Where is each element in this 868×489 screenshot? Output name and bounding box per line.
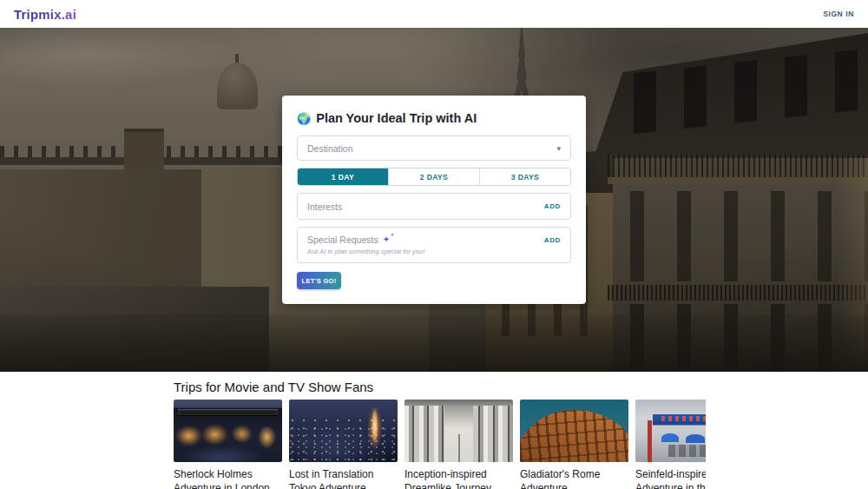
sparkle-small: ✦ <box>391 233 394 237</box>
trip-cards-carousel[interactable]: Sherlock Holmes Adventure in London Lost… <box>174 400 706 489</box>
colosseum-image <box>520 400 628 462</box>
trip-card-lost-in-translation-tokyo[interactable]: Lost in Translation Tokyo Adventure <box>289 400 398 489</box>
blue-awning <box>661 433 679 442</box>
colonnade-path-line <box>458 434 460 462</box>
interests-field[interactable]: Interests ADD <box>297 193 571 220</box>
special-requests-hint: Ask AI to plan something special for you… <box>307 248 561 255</box>
special-requests-add-button[interactable]: ADD <box>544 236 561 244</box>
top-navbar: Tripmix.ai SIGN IN <box>0 0 868 28</box>
trip-card-gladiators-rome[interactable]: Gladiator's Rome Adventure <box>520 400 628 489</box>
trips-section: Trips for Movie and TV Show Fans Sherloc… <box>0 372 868 489</box>
trip-card-title: Seinfeld-inspired Adventure in the... <box>635 468 706 489</box>
special-requests-placeholder: Special Requests <box>307 235 378 245</box>
colosseum-structure <box>520 404 628 462</box>
planner-title-text: Plan Your Ideal Trip with AI <box>316 111 477 125</box>
interests-add-button[interactable]: ADD <box>544 202 561 210</box>
trips-section-title: Trips for Movie and TV Show Fans <box>174 380 868 394</box>
hero-section: 🌍 Plan Your Ideal Trip with AI Destinati… <box>0 28 868 372</box>
globe-icon: 🌍 <box>297 112 311 125</box>
sign-in-button[interactable]: SIGN IN <box>823 10 854 18</box>
destination-select[interactable]: Destination ▾ <box>297 135 571 161</box>
sherlock-holmes-pub-image <box>174 400 282 462</box>
city-lights-layer-2 <box>289 427 398 462</box>
trip-card-sherlock-holmes-london[interactable]: Sherlock Holmes Adventure in London <box>174 400 282 489</box>
trip-card-title: Inception-inspired Dreamlike Journey... <box>404 468 513 489</box>
special-requests-field[interactable]: Special Requests ✦✦ ADD Ask AI to plan s… <box>297 227 571 263</box>
trip-planner-card: 🌍 Plan Your Ideal Trip with AI Destinati… <box>282 96 586 304</box>
trip-card-title: Sherlock Holmes Adventure in London <box>174 468 282 489</box>
colonnade-right <box>473 406 513 462</box>
bridge-colonnade-image <box>404 400 513 462</box>
destination-placeholder: Destination <box>307 143 353 154</box>
planner-title: 🌍 Plan Your Ideal Trip with AI <box>297 111 571 125</box>
toms-restaurant-image <box>635 400 706 462</box>
tripmix-logo: Tripmix.ai <box>14 7 76 22</box>
trip-card-seinfeld-adventure[interactable]: Seinfeld-inspired Adventure in the... <box>635 400 706 489</box>
special-requests-label-wrap: Special Requests ✦✦ <box>307 235 395 245</box>
chevron-down-icon: ▾ <box>556 144 561 153</box>
trip-card-inception-dreamlike-journey[interactable]: Inception-inspired Dreamlike Journey... <box>404 400 513 489</box>
red-pole <box>648 420 652 462</box>
tab-2-days[interactable]: 2 DAYS <box>389 169 480 185</box>
restaurant-windows <box>668 445 707 457</box>
blue-awning <box>686 434 706 443</box>
tokyo-night-skyline-image <box>289 400 398 462</box>
sparkle-large: ✦ <box>383 235 390 244</box>
lets-go-button[interactable]: LET'S GO! <box>297 272 341 289</box>
trip-card-title: Gladiator's Rome Adventure <box>520 468 628 489</box>
tab-1-day[interactable]: 1 DAY <box>298 169 389 185</box>
duration-tabs: 1 DAY 2 DAYS 3 DAYS <box>297 168 571 186</box>
pub-sign-band <box>178 409 278 416</box>
trip-card-title: Lost in Translation Tokyo Adventure <box>289 468 398 489</box>
special-requests-row: Special Requests ✦✦ ADD <box>307 235 561 245</box>
tab-3-days[interactable]: 3 DAYS <box>480 169 570 185</box>
sparkles-icon: ✦✦ <box>383 235 395 244</box>
colonnade-left <box>404 406 444 462</box>
interests-placeholder: Interests <box>307 202 342 212</box>
restaurant-sign-text <box>661 416 706 421</box>
